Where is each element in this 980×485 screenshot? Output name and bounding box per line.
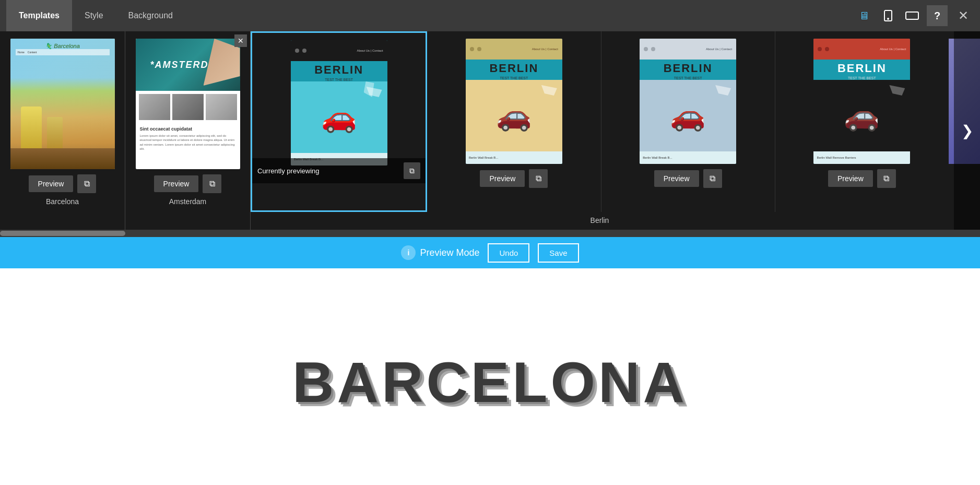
berlin-3-preview-button[interactable]: Preview [654, 170, 699, 187]
undo-button[interactable]: Undo [488, 243, 529, 263]
berlin-2-preview-button[interactable]: Preview [480, 170, 525, 187]
close-button[interactable]: ✕ [953, 5, 974, 26]
info-icon: i [401, 245, 416, 260]
barcelona-copy-button[interactable]: ⧉ [77, 174, 96, 193]
amsterdam-preview-button[interactable]: Preview [154, 175, 199, 192]
main-content: BARCELONA [0, 268, 980, 485]
amsterdam-controls: Preview ⧉ [154, 174, 222, 193]
berlin-4-copy-button[interactable]: ⧉ [877, 169, 896, 188]
preview-bar: i Preview Mode Undo Save [0, 237, 980, 268]
berlin-card-4[interactable]: About Us | Contact BERLIN TEST THE BEST … [775, 31, 949, 212]
barcelona-thumbnail: 🦎 Barcelona HomeContent [10, 39, 115, 169]
toolbar-right: 🖥 ? ✕ [855, 5, 974, 26]
scrollbar-track[interactable] [0, 230, 980, 237]
amsterdam-content-title: Sint occaecat cupidatat [140, 126, 236, 132]
berlin-subtitle-1: TEST THE BEST [291, 78, 387, 81]
berlin-thumb-2: About Us | Contact BERLIN TEST THE BEST … [466, 39, 562, 164]
tab-background[interactable]: Background [116, 0, 185, 31]
barcelona-controls: Preview ⧉ [29, 174, 97, 193]
berlin-3-controls: Preview ⧉ [654, 169, 722, 188]
amsterdam-close-button[interactable]: ✕ [234, 34, 247, 47]
amsterdam-thumbnail: *AMSTERDAM Sint occaecat cupidatat Lorem… [136, 39, 240, 169]
berlin-group: About Us | Contact BERLIN TEST THE BEST … [251, 31, 949, 230]
scroll-right-button[interactable]: ❯ [954, 31, 980, 230]
berlin-thumb-1: About Us | Contact BERLIN TEST THE BEST … [291, 40, 387, 165]
save-button[interactable]: Save [538, 243, 578, 263]
barcelona-label: Barcelona [46, 197, 79, 206]
mobile-icon[interactable] [903, 6, 922, 25]
berlin-4-controls: Preview ⧉ [828, 169, 896, 188]
berlin-cards-row: About Us | Contact BERLIN TEST THE BEST … [251, 31, 949, 212]
berlin-label: Berlin [251, 212, 949, 230]
berlin-2-copy-button[interactable]: ⧉ [529, 169, 548, 188]
amsterdam-label: Amsterdam [169, 197, 207, 206]
desktop-icon[interactable]: 🖥 [855, 6, 873, 25]
currently-previewing-overlay: Currently previewing ⧉ [252, 158, 426, 183]
barcelona-main-title: BARCELONA [292, 349, 688, 415]
template-card-amsterdam[interactable]: ✕ *AMSTERDAM Sint occaecat cupidatat Lor… [125, 31, 251, 230]
berlin-4-preview-button[interactable]: Preview [828, 170, 873, 187]
berlin-card-3[interactable]: About Us | Contact BERLIN TEST THE BEST … [601, 31, 775, 212]
berlin-thumb-4: About Us | Contact BERLIN TEST THE BEST … [813, 39, 910, 164]
barcelona-nav: HomeContent [16, 49, 110, 55]
berlin-title-1: BERLIN [291, 61, 387, 78]
svg-point-1 [888, 18, 889, 19]
berlin-2-controls: Preview ⧉ [480, 169, 548, 188]
preview-info: i Preview Mode [401, 245, 479, 260]
barcelona-preview-button[interactable]: Preview [29, 175, 74, 192]
amsterdam-copy-button[interactable]: ⧉ [203, 174, 221, 193]
berlin-3-copy-button[interactable]: ⧉ [703, 169, 722, 188]
template-panel: 🦎 Barcelona HomeContent Preview ⧉ Barcel… [0, 31, 980, 230]
svg-rect-2 [906, 12, 918, 19]
tab-style[interactable]: Style [72, 0, 116, 31]
toolbar-tabs: Templates Style Background [6, 0, 185, 31]
scrollbar-thumb[interactable] [0, 231, 125, 236]
preview-mode-label: Preview Mode [420, 247, 479, 258]
berlin-1-copy-button[interactable]: ⧉ [404, 162, 420, 179]
berlin-card-1[interactable]: About Us | Contact BERLIN TEST THE BEST … [251, 31, 427, 212]
tab-templates[interactable]: Templates [6, 0, 72, 31]
tablet-icon[interactable] [879, 6, 898, 25]
help-button[interactable]: ? [927, 5, 948, 26]
amsterdam-content-text: Lorem ipsum dolor sit amet, consectetur … [140, 134, 236, 151]
toolbar: Templates Style Background 🖥 ? ✕ [0, 0, 980, 31]
berlin-thumb-3: About Us | Contact BERLIN TEST THE BEST … [640, 39, 736, 164]
template-card-barcelona[interactable]: 🦎 Barcelona HomeContent Preview ⧉ Barcel… [0, 31, 125, 230]
berlin-card-2[interactable]: About Us | Contact BERLIN TEST THE BEST … [427, 31, 601, 212]
